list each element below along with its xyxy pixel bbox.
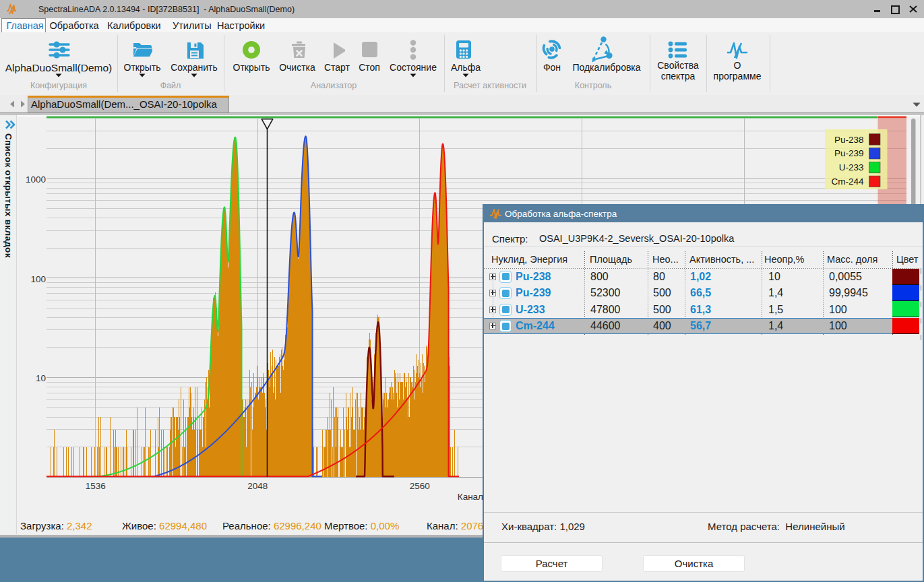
svg-text:1000: 1000 [26, 174, 46, 185]
svg-text:1536: 1536 [86, 481, 106, 491]
svg-text:Pu-238: Pu-238 [834, 135, 864, 145]
svg-text:Pu-239: Pu-239 [834, 148, 864, 158]
svg-text:Канал: Канал [458, 492, 483, 502]
svg-text:2048: 2048 [247, 481, 268, 491]
svg-text:U-233: U-233 [839, 162, 864, 172]
svg-text:100: 100 [30, 274, 46, 284]
svg-text:Cm-244: Cm-244 [831, 176, 864, 187]
svg-text:2560: 2560 [410, 481, 430, 491]
svg-text:10: 10 [36, 373, 46, 383]
